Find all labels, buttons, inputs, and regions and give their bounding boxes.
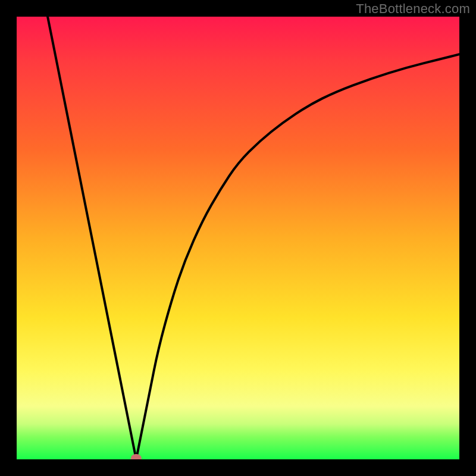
chart-frame: TheBottleneck.com: [0, 0, 476, 476]
curve-group: [48, 17, 459, 459]
plot-area: [17, 17, 459, 459]
curve-right-branch: [136, 54, 459, 459]
curve-left-branch: [48, 17, 136, 459]
attribution-text: TheBottleneck.com: [356, 1, 470, 17]
min-marker-dot: [131, 454, 142, 459]
curve-svg: [17, 17, 459, 459]
